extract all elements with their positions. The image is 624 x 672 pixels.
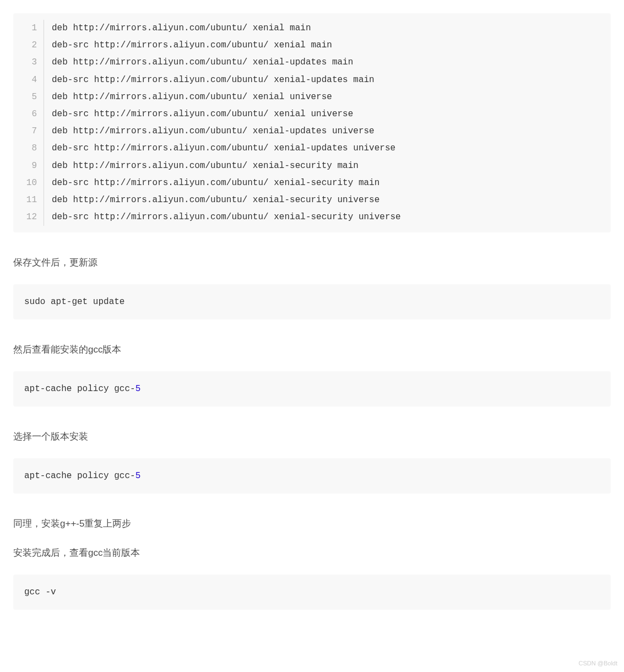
code-line: 5deb http://mirrors.aliyun.com/ubuntu/ x…: [13, 89, 611, 106]
line-text: deb http://mirrors.aliyun.com/ubuntu/ xe…: [44, 54, 353, 71]
code-line: 8deb-src http://mirrors.aliyun.com/ubunt…: [13, 140, 611, 157]
line-number: 6: [13, 106, 44, 123]
line-text: deb-src http://mirrors.aliyun.com/ubuntu…: [44, 37, 332, 54]
line-text: deb http://mirrors.aliyun.com/ubuntu/ xe…: [44, 89, 332, 106]
code-line: 3deb http://mirrors.aliyun.com/ubuntu/ x…: [13, 54, 611, 71]
line-text: deb http://mirrors.aliyun.com/ubuntu/ xe…: [44, 123, 375, 140]
line-number: 2: [13, 37, 44, 54]
line-number: 5: [13, 89, 44, 106]
code-apt-cache-gcc: apt-cache policy gcc-5: [13, 371, 611, 407]
code-line: 9deb http://mirrors.aliyun.com/ubuntu/ x…: [13, 158, 611, 175]
line-number: 7: [13, 123, 44, 140]
line-text: deb-src http://mirrors.aliyun.com/ubuntu…: [44, 209, 401, 226]
paragraph-choose-version: 选择一个版本安装: [13, 429, 611, 445]
code-line: 4deb-src http://mirrors.aliyun.com/ubunt…: [13, 72, 611, 89]
code-gcc-v: gcc -v: [13, 575, 611, 610]
paragraph-save-update: 保存文件后，更新源: [13, 254, 611, 271]
code-line: 12deb-src http://mirrors.aliyun.com/ubun…: [13, 209, 611, 226]
line-number: 1: [13, 20, 44, 37]
line-number: 9: [13, 158, 44, 175]
code-apt-cache-gcc-2: apt-cache policy gcc-5: [13, 458, 611, 494]
code-apt-update: sudo apt-get update: [13, 284, 611, 319]
line-number: 10: [13, 175, 44, 192]
line-text: deb http://mirrors.aliyun.com/ubuntu/ xe…: [44, 20, 311, 37]
line-number: 4: [13, 72, 44, 89]
line-number: 11: [13, 192, 44, 209]
line-text: deb http://mirrors.aliyun.com/ubuntu/ xe…: [44, 192, 379, 209]
paragraph-check-gcc: 然后查看能安装的gcc版本: [13, 342, 611, 358]
code-line: 6deb-src http://mirrors.aliyun.com/ubunt…: [13, 106, 611, 123]
paragraph-gpp-same: 同理，安装g++-5重复上两步: [13, 516, 611, 532]
code-line: 10deb-src http://mirrors.aliyun.com/ubun…: [13, 175, 611, 192]
line-text: deb-src http://mirrors.aliyun.com/ubuntu…: [44, 175, 379, 192]
sources-list-code-block: 1deb http://mirrors.aliyun.com/ubuntu/ x…: [13, 13, 611, 232]
line-number: 12: [13, 209, 44, 226]
code-line: 1deb http://mirrors.aliyun.com/ubuntu/ x…: [13, 20, 611, 37]
line-text: deb http://mirrors.aliyun.com/ubuntu/ xe…: [44, 158, 359, 175]
line-number: 3: [13, 54, 44, 71]
code-line: 7deb http://mirrors.aliyun.com/ubuntu/ x…: [13, 123, 611, 140]
code-line: 2deb-src http://mirrors.aliyun.com/ubunt…: [13, 37, 611, 54]
paragraph-after-install: 安装完成后，查看gcc当前版本: [13, 545, 611, 561]
code-line: 11deb http://mirrors.aliyun.com/ubuntu/ …: [13, 192, 611, 209]
line-text: deb-src http://mirrors.aliyun.com/ubuntu…: [44, 106, 353, 123]
line-text: deb-src http://mirrors.aliyun.com/ubuntu…: [44, 140, 395, 157]
line-text: deb-src http://mirrors.aliyun.com/ubuntu…: [44, 72, 375, 89]
line-number: 8: [13, 140, 44, 157]
